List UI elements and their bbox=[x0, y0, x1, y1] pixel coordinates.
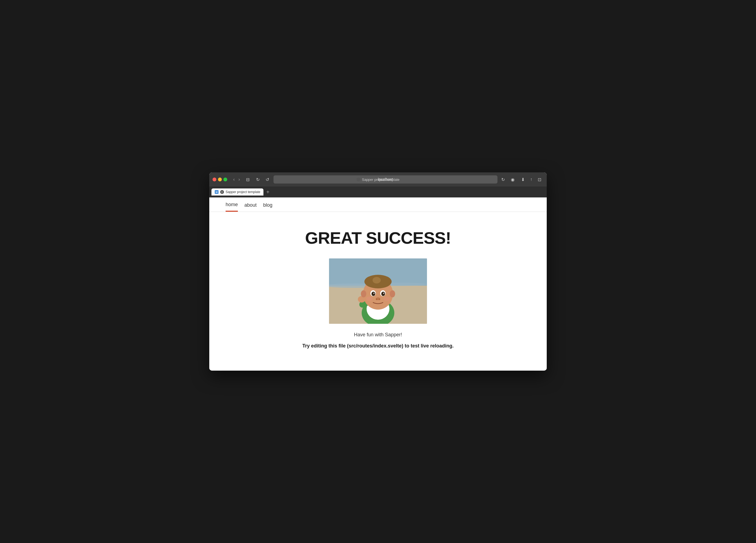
svg-point-13 bbox=[373, 277, 381, 284]
success-svg bbox=[329, 258, 427, 324]
site-navigation: home about blog bbox=[209, 197, 547, 212]
forward-button[interactable]: › bbox=[237, 176, 241, 183]
rss-button[interactable]: ◉ bbox=[509, 176, 517, 183]
back-button[interactable]: ‹ bbox=[232, 176, 236, 183]
svg-point-23 bbox=[361, 290, 366, 298]
active-tab[interactable]: M ⊙ Sapper project template bbox=[211, 188, 263, 195]
toolbar-section: ↻ ↺ bbox=[254, 176, 271, 183]
svg-point-22 bbox=[379, 299, 380, 300]
nav-blog[interactable]: blog bbox=[263, 202, 272, 211]
sidebar-toggle-button[interactable]: ⊟ bbox=[244, 176, 252, 183]
instruction-text: Try editing this file (src/routes/index.… bbox=[215, 343, 541, 349]
tab-bar: M ⊙ Sapper project template + bbox=[209, 186, 547, 197]
address-bar[interactable] bbox=[273, 175, 497, 183]
window-button[interactable]: ⊡ bbox=[536, 176, 543, 183]
svg-point-25 bbox=[366, 297, 373, 301]
share-button[interactable]: ↑ bbox=[528, 176, 534, 183]
svg-point-19 bbox=[383, 293, 384, 294]
close-button[interactable] bbox=[213, 177, 216, 181]
nav-buttons: ‹ › bbox=[232, 176, 242, 183]
svg-point-21 bbox=[376, 299, 377, 300]
address-bar-container: ↻ ◉ bbox=[273, 175, 517, 183]
tab-label: Sapper project template bbox=[226, 190, 260, 194]
refresh-button[interactable]: ↻ bbox=[254, 176, 262, 183]
main-content: GREAT SUCCESS! bbox=[209, 212, 547, 371]
svg-point-16 bbox=[371, 292, 375, 296]
reload-icon-button[interactable]: ↻ bbox=[499, 176, 507, 183]
browser-window: ‹ › ⊟ ↻ ↺ ↻ ◉ ⬇ ↑ ⊡ Sapper project templ… bbox=[209, 172, 547, 371]
minimize-button[interactable] bbox=[218, 177, 222, 181]
tab-icon-1: M bbox=[215, 190, 219, 194]
nav-about[interactable]: about bbox=[244, 202, 257, 211]
tab-icon-2: ⊙ bbox=[220, 190, 224, 194]
main-heading: GREAT SUCCESS! bbox=[215, 228, 541, 247]
title-bar: ‹ › ⊟ ↻ ↺ ↻ ◉ ⬇ ↑ ⊡ Sapper project templ… bbox=[209, 172, 547, 186]
new-tab-button[interactable]: + bbox=[265, 188, 271, 196]
caption-text: Have fun with Sapper! bbox=[215, 332, 541, 338]
success-image bbox=[329, 258, 427, 324]
svg-point-18 bbox=[373, 293, 374, 294]
maximize-button[interactable] bbox=[223, 177, 227, 181]
svg-point-17 bbox=[381, 292, 385, 296]
svg-point-12 bbox=[379, 279, 390, 287]
svg-point-26 bbox=[383, 297, 390, 301]
nav-home[interactable]: home bbox=[226, 202, 238, 211]
right-toolbar: ⬇ ↑ ⊡ bbox=[519, 176, 543, 183]
traffic-lights bbox=[213, 177, 227, 181]
reload-button[interactable]: ↺ bbox=[263, 176, 271, 183]
webpage: home about blog GREAT SUCCESS! bbox=[209, 197, 547, 371]
download-button[interactable]: ⬇ bbox=[519, 176, 527, 183]
svg-point-24 bbox=[390, 290, 395, 298]
